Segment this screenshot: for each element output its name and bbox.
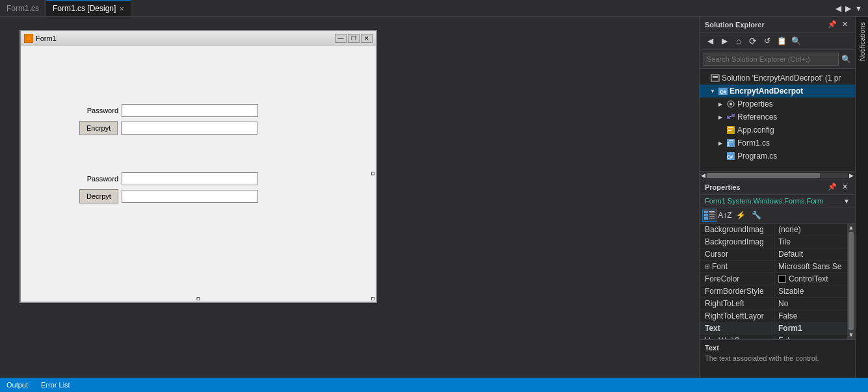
tab-form1cs-label: Form1.cs: [7, 4, 39, 13]
se-hscroll-right-icon[interactable]: ▶: [849, 172, 854, 179]
properties-title: Properties: [705, 183, 740, 191]
se-search-submit-icon[interactable]: 🔍: [841, 55, 851, 64]
status-error-list[interactable]: Error List: [41, 381, 70, 389]
props-close-icon[interactable]: ✕: [839, 182, 850, 192]
props-categorized-btn[interactable]: [702, 209, 717, 222]
password-input-1[interactable]: [122, 104, 258, 117]
se-hscroll-left-icon[interactable]: ◀: [701, 172, 705, 179]
form-minimize-btn[interactable]: —: [335, 34, 347, 43]
encrypt-output-input[interactable]: [121, 122, 257, 135]
prop-value-formborderstyle[interactable]: Sizable: [774, 285, 847, 297]
props-scroll-up-icon[interactable]: ▲: [848, 224, 854, 231]
prop-value-righttoleft[interactable]: No: [774, 298, 847, 309]
svg-text:C#: C#: [720, 89, 727, 95]
status-output[interactable]: Output: [7, 381, 28, 389]
tab-form1design[interactable]: Form1.cs [Design] ✕: [46, 0, 131, 16]
tree-solution[interactable]: Solution 'EncrpytAndDecrpot' (1 pr: [700, 72, 855, 85]
props-subject-dropdown-icon[interactable]: ▼: [843, 198, 850, 205]
prop-value-forecolor[interactable]: ControlText: [774, 273, 847, 285]
tab-scroll-right-icon[interactable]: ▶: [843, 4, 853, 13]
se-refresh-icon[interactable]: ↺: [761, 34, 774, 47]
tree-label-programcs: Program.cs: [737, 151, 777, 161]
props-scroll-down-icon[interactable]: ▼: [848, 332, 854, 338]
svg-rect-22: [704, 211, 708, 213]
prop-row-cursor: Cursor Default: [700, 248, 847, 261]
password-input-2[interactable]: [122, 172, 258, 185]
right-panel: Solution Explorer 📌 ✕ ◀ ▶ ⌂ ⟳ ↺ 📋 🔍 🔍: [699, 17, 855, 378]
properties-description: Text The text associated with the contro…: [700, 339, 855, 378]
prop-value-usewaitcursor[interactable]: False: [774, 335, 847, 339]
svg-rect-18: [729, 140, 733, 141]
se-home-icon[interactable]: ⌂: [732, 34, 745, 47]
tree-label-appconfig: App.config: [737, 125, 774, 135]
forecolor-swatch: [778, 275, 786, 283]
form-body: Password Encrpyt Password Decrp: [21, 46, 376, 302]
se-sync-icon[interactable]: ⟳: [746, 34, 759, 47]
prop-value-righttoleftlayout[interactable]: False: [774, 310, 847, 322]
tree-icon-references: [726, 112, 735, 122]
tab-dropdown-icon[interactable]: ▼: [853, 5, 864, 12]
prop-value-cursor[interactable]: Default: [774, 248, 847, 260]
decrypt-output-input[interactable]: [122, 190, 258, 203]
se-pin-icon[interactable]: 📌: [827, 20, 837, 30]
se-copy-icon[interactable]: 📋: [775, 34, 788, 47]
form-close-btn[interactable]: ✕: [361, 34, 373, 43]
tab-scroll-left-icon[interactable]: ◀: [834, 4, 843, 13]
tab-bar: Form1.cs Form1.cs [Design] ✕ ◀ ▶ ▼: [0, 0, 868, 17]
tree-references[interactable]: ▶ References: [700, 111, 855, 124]
close-tab-icon[interactable]: ✕: [119, 5, 124, 12]
prop-value-backgroundimag1[interactable]: (none): [774, 224, 847, 235]
se-search-input[interactable]: [704, 53, 839, 66]
svg-rect-19: [729, 142, 733, 142]
prop-value-text[interactable]: Form1: [774, 322, 847, 334]
form-designer[interactable]: Form1 — ❐ ✕ Password Encrpyt: [20, 30, 377, 303]
notifications-label[interactable]: Notifications: [858, 22, 866, 61]
svg-rect-15: [728, 130, 731, 131]
se-back-icon[interactable]: ◀: [704, 34, 717, 47]
status-bar: Output Error List: [0, 378, 868, 392]
tree-properties[interactable]: ▶ Properties: [700, 98, 855, 111]
decrypt-button[interactable]: Decrpyt: [79, 189, 118, 203]
tree-programcs[interactable]: C# Program.cs: [700, 150, 855, 163]
solution-explorer-header-icons: 📌 ✕: [827, 20, 850, 30]
resize-handle-bottom[interactable]: [197, 297, 200, 300]
encrypt-button[interactable]: Encrpyt: [79, 121, 118, 135]
prop-name-backgroundimag1: BackgroundImag: [700, 224, 774, 235]
prop-value-backgroundimag2[interactable]: Tile: [774, 236, 847, 248]
form-app-icon: [24, 34, 33, 43]
props-pin-icon[interactable]: 📌: [827, 182, 837, 192]
svg-rect-4: [713, 77, 718, 78]
tab-form1cs[interactable]: Form1.cs: [0, 0, 46, 16]
properties-subject-row: Form1 System.Windows.Forms.Form ▼: [700, 195, 855, 207]
tree-arrow-properties: ▶: [717, 100, 724, 108]
props-alphabetical-btn[interactable]: A↕Z: [718, 209, 732, 222]
properties-table-container: BackgroundImag (none) BackgroundImag Til…: [700, 224, 855, 339]
se-tree-view[interactable]: Solution 'EncrpytAndDecrpot' (1 pr ▼ C# …: [700, 69, 855, 171]
prop-row-backgroundimag1: BackgroundImag (none): [700, 224, 847, 236]
tree-label-references: References: [737, 112, 777, 122]
tree-form1cs[interactable]: ▶ 1 Form1.cs: [700, 137, 855, 150]
se-forward-icon[interactable]: ▶: [718, 34, 731, 47]
prop-expand-font[interactable]: ⊞: [705, 263, 710, 270]
resize-handle-bottomright[interactable]: [371, 297, 375, 300]
tree-icon-solution: [711, 73, 720, 83]
tab-form1design-label: Form1.cs [Design]: [53, 4, 116, 13]
tree-label-project: EncrpytAndDecrpot: [730, 86, 803, 96]
properties-toolbar: A↕Z ⚡ 🔧: [700, 207, 855, 224]
tree-arrow-appconfig: [717, 126, 724, 134]
svg-rect-14: [728, 129, 733, 129]
prop-name-cursor: Cursor: [700, 248, 774, 260]
form-window-controls: — ❐ ✕: [335, 34, 373, 43]
resize-handle-right[interactable]: [371, 172, 375, 176]
main-area: Form1 — ❐ ✕ Password Encrpyt: [0, 17, 868, 378]
props-events-btn[interactable]: ⚡: [733, 209, 748, 222]
se-search-icon[interactable]: 🔍: [789, 34, 802, 47]
tree-project[interactable]: ▼ C# EncrpytAndDecrpot: [700, 85, 855, 98]
props-settings-btn[interactable]: 🔧: [749, 209, 763, 222]
prop-value-font[interactable]: Microsoft Sans Se: [774, 261, 847, 272]
tree-appconfig[interactable]: App.config: [700, 124, 855, 137]
se-close-icon[interactable]: ✕: [839, 20, 850, 30]
svg-rect-24: [704, 217, 708, 220]
svg-rect-29: [709, 218, 715, 218]
form-restore-btn[interactable]: ❐: [348, 34, 360, 43]
